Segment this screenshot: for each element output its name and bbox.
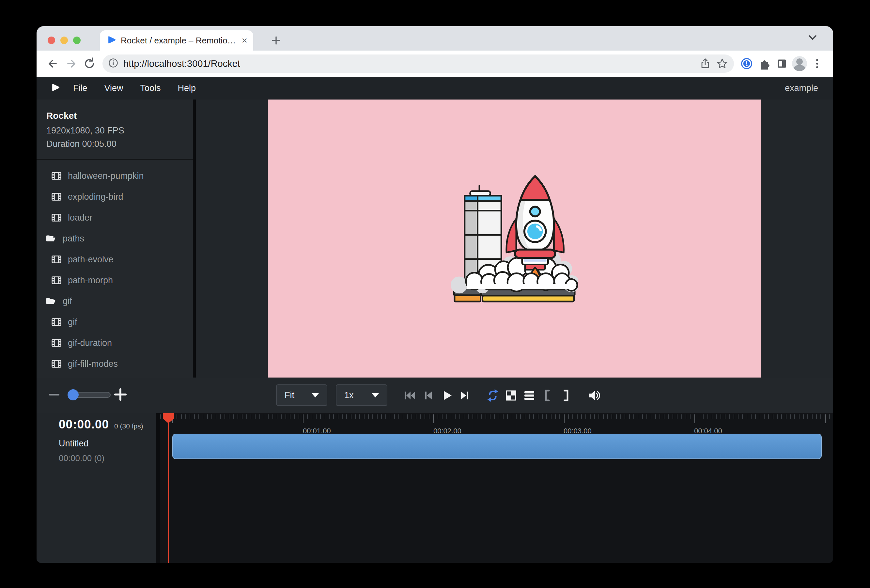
timeline-ruler-major-ticks [160, 414, 833, 423]
tab-search-chevron-icon[interactable] [808, 34, 818, 42]
composition-list: halloween-pumpkin exploding-bird loader … [37, 159, 193, 374]
playhead-line [168, 413, 169, 563]
in-marker-bracket-icon[interactable] [541, 388, 555, 403]
timeline-panel-divider [156, 413, 160, 563]
reload-icon[interactable] [80, 55, 98, 73]
sidebar-item-label: path-morph [68, 275, 113, 286]
remotion-menu-bar: File View Tools Help example [37, 77, 833, 100]
bookmark-star-icon[interactable] [714, 55, 731, 72]
browser-menu-kebab-icon[interactable] [808, 55, 826, 73]
composition-info: Rocket 1920x1080, 30 FPS Duration 00:05.… [37, 100, 193, 149]
film-icon [51, 317, 62, 327]
sidebar-item-path-morph[interactable]: path-morph [37, 270, 193, 291]
film-icon [51, 275, 62, 286]
canvas-size-dropdown[interactable]: Fit [276, 384, 327, 406]
loop-icon[interactable] [486, 388, 500, 403]
menu-file[interactable]: File [73, 83, 88, 93]
canvas-size-value: Fit [285, 390, 294, 400]
sidebar-item-label: gif [68, 317, 77, 327]
browser-window: Rocket / example – Remotion P × [37, 26, 833, 563]
preview-area [196, 100, 833, 378]
screenshot-stage: Rocket / example – Remotion P × [0, 0, 870, 588]
rocket-illustration [451, 172, 578, 305]
zoom-window-button[interactable] [73, 37, 80, 44]
password-manager-icon[interactable] [738, 55, 755, 73]
side-panel-icon[interactable] [773, 55, 791, 73]
play-icon[interactable] [439, 388, 454, 403]
new-tab-button[interactable] [268, 33, 284, 48]
timeline: 00:00.00 0 (30 fps) Untitled 00:00.00 (0… [37, 413, 833, 563]
favicon-remotion-icon [108, 35, 116, 46]
menu-view[interactable]: View [104, 83, 124, 93]
sidebar-item-label: exploding-bird [68, 192, 124, 202]
skip-to-start-icon[interactable] [403, 388, 417, 403]
url-text[interactable]: http://localhost:3001/Rocket [124, 58, 697, 69]
folder-open-icon [45, 296, 57, 307]
close-window-button[interactable] [48, 37, 55, 44]
tab-strip: Rocket / example – Remotion P × [37, 26, 833, 51]
chevron-down-icon [311, 393, 319, 397]
sidebar-folder-label: paths [63, 234, 84, 244]
sidebar-folder-paths[interactable]: paths [37, 228, 193, 249]
track-name: Untitled [59, 439, 156, 449]
timeline-clip-bar[interactable] [172, 434, 822, 459]
film-icon [51, 191, 62, 202]
tab-close-icon[interactable]: × [241, 36, 247, 45]
site-info-icon[interactable] [108, 57, 119, 70]
composition-resolution: 1920x1080, 30 FPS [46, 126, 193, 136]
timeline-track-area[interactable]: 00:01.00 00:02.00 00:03.00 00:04.00 [160, 413, 833, 563]
sidebar-item-halloween-pumpkin[interactable]: halloween-pumpkin [37, 165, 193, 186]
sidebar-item-path-evolve[interactable]: path-evolve [37, 249, 193, 270]
remotion-logo-icon[interactable] [52, 83, 60, 94]
composition-name: Rocket [46, 111, 193, 121]
sidebar-folder-label: gif [63, 296, 72, 307]
playback-speed-dropdown[interactable]: 1x [336, 384, 387, 406]
sidebar-item-loader[interactable]: loader [37, 207, 193, 228]
folder-open-icon [45, 233, 57, 244]
minimize-window-button[interactable] [60, 37, 68, 44]
track-duration: 00:00.00 (0) [59, 453, 156, 463]
film-icon [51, 358, 62, 369]
transparency-checkerboard-icon[interactable] [504, 388, 518, 403]
video-canvas [268, 100, 761, 378]
profile-avatar[interactable] [791, 55, 808, 73]
sidebar-item-label: path-evolve [68, 255, 113, 265]
share-icon[interactable] [697, 55, 714, 72]
browser-tab[interactable]: Rocket / example – Remotion P × [100, 30, 253, 51]
previous-frame-icon[interactable] [421, 388, 435, 403]
playback-speed-value: 1x [344, 390, 354, 400]
sidebar-item-gif-fill-modes[interactable]: gif-fill-modes [37, 353, 193, 374]
playback-controls-bar: Fit 1x [37, 378, 833, 413]
sidebar-item-label: gif-fill-modes [68, 359, 118, 369]
current-timecode: 00:00.00 [59, 418, 109, 432]
sidebar-item-gif-duration[interactable]: gif-duration [37, 332, 193, 353]
frame-counter: 0 (30 fps) [114, 422, 143, 430]
menu-help[interactable]: Help [178, 83, 196, 93]
zoom-in-icon[interactable] [114, 388, 127, 401]
film-icon [51, 170, 62, 182]
window-controls [48, 37, 80, 44]
last-frame-icon[interactable] [457, 388, 472, 403]
url-bar[interactable]: http://localhost:3001/Rocket [103, 55, 734, 73]
zoom-out-icon[interactable] [49, 394, 60, 396]
project-name-label: example [785, 83, 818, 93]
sidebar-item-label: gif-duration [68, 338, 112, 348]
sidebar-item-exploding-bird[interactable]: exploding-bird [37, 186, 193, 207]
timeline-rows-icon[interactable] [522, 388, 536, 403]
composition-duration: Duration 00:05.00 [46, 139, 193, 149]
chevron-down-icon [372, 393, 379, 397]
forward-icon[interactable] [62, 55, 80, 73]
back-icon[interactable] [44, 55, 62, 73]
sidebar-item-label: halloween-pumpkin [68, 171, 144, 181]
zoom-slider-thumb[interactable] [67, 389, 79, 400]
volume-icon[interactable] [587, 388, 601, 403]
sidebar-folder-gif[interactable]: gif [37, 291, 193, 312]
sidebar-item-gif[interactable]: gif [37, 312, 193, 332]
menu-tools[interactable]: Tools [140, 83, 161, 93]
timeline-left-panel: 00:00.00 0 (30 fps) Untitled 00:00.00 (0… [37, 413, 156, 563]
main-area: Rocket 1920x1080, 30 FPS Duration 00:05.… [37, 100, 833, 378]
transport-controls [403, 378, 601, 413]
extensions-puzzle-icon[interactable] [755, 55, 773, 73]
out-marker-bracket-icon[interactable] [559, 388, 573, 403]
film-icon [51, 337, 62, 348]
